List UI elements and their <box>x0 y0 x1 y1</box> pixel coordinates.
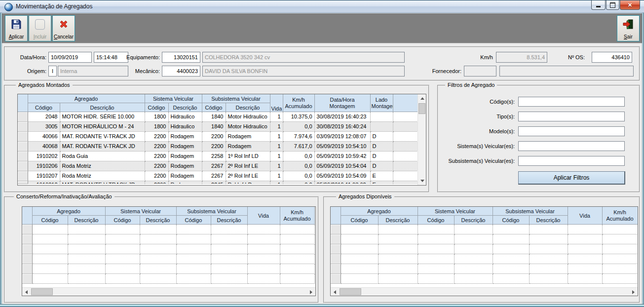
aplicar-button[interactable]: Aplicar <box>5 15 28 41</box>
window-title: Movimentação de Agregados <box>16 3 92 10</box>
equipamento-label: Equipamento: <box>118 52 160 63</box>
empty-cell <box>32 274 68 284</box>
filtro-codigo-input[interactable] <box>518 97 625 107</box>
row-selector[interactable] <box>18 142 28 152</box>
row-selector[interactable] <box>22 274 32 284</box>
row-selector[interactable] <box>22 225 32 234</box>
col-codigo: Código <box>105 216 140 225</box>
table-row[interactable]: 3005 MOTOR HIDRÁULICO M - 24 1800 Hidrau… <box>18 122 417 132</box>
scroll-right-button[interactable] <box>629 288 638 296</box>
cell-sv-descricao: Rodagem <box>168 132 202 142</box>
cell-sv-descricao: Rodagem <box>168 171 202 181</box>
cell-descricao: MOTOR HIDRÁULICO M - 24 <box>60 122 145 132</box>
minimize-button[interactable] <box>591 0 606 10</box>
row-selector[interactable] <box>18 132 28 142</box>
row-selector[interactable] <box>18 112 28 122</box>
cell-ssv-codigo: 2245 <box>202 181 226 184</box>
empty-cell <box>280 254 314 264</box>
row-selector[interactable] <box>331 254 341 264</box>
empty-row[interactable] <box>331 274 638 284</box>
empty-cell <box>492 244 529 254</box>
scrollbar-thumb[interactable] <box>31 288 53 295</box>
col-vida: Vida <box>247 207 280 225</box>
empty-cell <box>140 234 176 244</box>
row-selector[interactable] <box>331 234 341 244</box>
col-codigo: Código <box>492 216 529 225</box>
row-selector[interactable] <box>22 264 32 274</box>
row-selector[interactable] <box>22 244 32 254</box>
cell-ssv-codigo: 1840 <box>202 112 226 122</box>
os-input[interactable] <box>592 52 632 63</box>
empty-cell <box>105 254 140 264</box>
aplicar-filtros-button[interactable]: Aplicar Filtros <box>518 171 625 185</box>
sair-button[interactable]: Sair <box>617 15 640 41</box>
horizontal-scrollbar[interactable] <box>331 287 638 296</box>
empty-row[interactable] <box>331 244 638 254</box>
empty-row[interactable] <box>22 234 314 244</box>
row-selector[interactable] <box>22 234 32 244</box>
empty-cell <box>176 264 211 274</box>
equipamento-code-input[interactable] <box>162 52 200 63</box>
row-selector[interactable] <box>331 264 341 274</box>
cell-ssv-descricao: Rodagem <box>226 142 270 152</box>
row-selector[interactable] <box>18 122 28 132</box>
data-input[interactable] <box>48 52 92 63</box>
filtro-codigo-label: Código(s): <box>442 97 515 107</box>
filtro-modelo-input[interactable] <box>518 126 625 136</box>
row-selector[interactable] <box>18 181 28 184</box>
filtro-modelo-label: Modelo(s): <box>442 126 515 136</box>
scroll-right-button[interactable] <box>307 288 315 296</box>
table-row[interactable]: 1910207 Roda Motriz 2200 Rodagem 2267 2º… <box>18 171 417 181</box>
montados-grid: Agregado Sistema Veicular Subsistema Vei… <box>17 94 426 186</box>
empty-cell <box>341 225 378 234</box>
row-selector[interactable] <box>18 161 28 171</box>
scroll-down-button[interactable] <box>418 177 426 185</box>
table-row-partial[interactable]: 1910212 MAT. RODANTE V-TRACK JD 2200 Rod… <box>18 181 417 184</box>
row-selector[interactable] <box>18 152 28 161</box>
empty-row[interactable] <box>331 254 638 264</box>
col-lado-montagem: LadoMontagem <box>370 94 393 112</box>
empty-row[interactable] <box>22 254 314 264</box>
close-button[interactable]: ✕ <box>620 0 640 10</box>
vertical-scrollbar[interactable] <box>417 94 426 185</box>
row-selector[interactable] <box>331 244 341 254</box>
cancelar-button[interactable]: Cancelar <box>52 15 75 41</box>
maximize-button[interactable] <box>606 0 619 10</box>
row-selector[interactable] <box>22 254 32 264</box>
empty-row[interactable] <box>331 234 638 244</box>
scrollbar-thumb[interactable] <box>418 103 425 114</box>
row-selector[interactable] <box>331 225 341 234</box>
horizontal-scrollbar[interactable] <box>22 287 315 296</box>
table-row[interactable]: 40066 MAT. RODANTE V-TRACK JD 2200 Rodag… <box>18 132 417 142</box>
table-row[interactable]: 1910206 Roda Motriz 2200 Rodagem 2267 2º… <box>18 161 417 171</box>
empty-row[interactable] <box>22 274 314 284</box>
origem-label: Origem: <box>9 66 46 77</box>
fornecedor-code-field <box>464 66 496 77</box>
empty-row[interactable] <box>22 244 314 254</box>
table-row[interactable]: 2048 MOTOR HIDR. SÉRIE 10.000 1800 Hidra… <box>18 112 417 122</box>
filtro-sistema-input[interactable] <box>518 141 625 151</box>
empty-cell <box>492 225 529 234</box>
empty-row[interactable] <box>22 225 314 234</box>
row-selector[interactable] <box>18 171 28 181</box>
incluir-button[interactable]: Incluir <box>29 15 51 41</box>
col-codigo: Código <box>28 103 60 112</box>
save-icon <box>10 18 22 30</box>
origem-code-input[interactable] <box>48 66 57 77</box>
mecanico-code-input[interactable] <box>162 66 200 77</box>
filtro-tipo-input[interactable] <box>518 112 625 121</box>
row-selector[interactable] <box>331 274 341 284</box>
scroll-left-button[interactable] <box>331 288 339 296</box>
empty-row[interactable] <box>331 225 638 234</box>
scrollbar-thumb[interactable] <box>340 288 361 295</box>
scroll-left-button[interactable] <box>22 288 31 296</box>
table-row[interactable]: 1910202 Roda Guia 2200 Rodagem 2258 1º R… <box>18 152 417 161</box>
cell-kmh: 10.375,0 <box>283 112 314 122</box>
empty-row[interactable] <box>22 264 314 274</box>
col-codigo: Código <box>176 216 211 225</box>
scroll-up-button[interactable] <box>418 94 426 103</box>
empty-cell <box>247 274 280 284</box>
empty-row[interactable] <box>331 264 638 274</box>
filtro-subsistema-input[interactable] <box>518 156 625 166</box>
table-row[interactable]: 40068 MAT. RODANTE V-TRACK JD 2200 Rodag… <box>18 142 417 152</box>
